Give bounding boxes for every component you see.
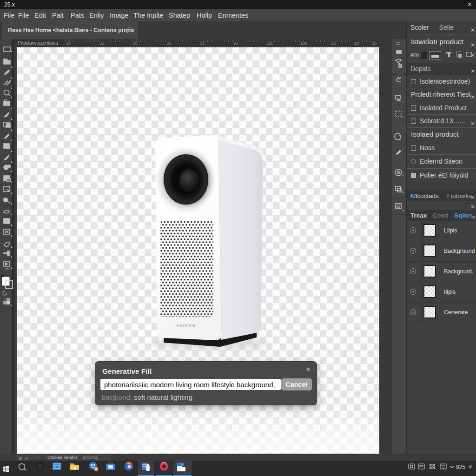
svg-text:Kesmols: Kesmols [176,323,196,328]
